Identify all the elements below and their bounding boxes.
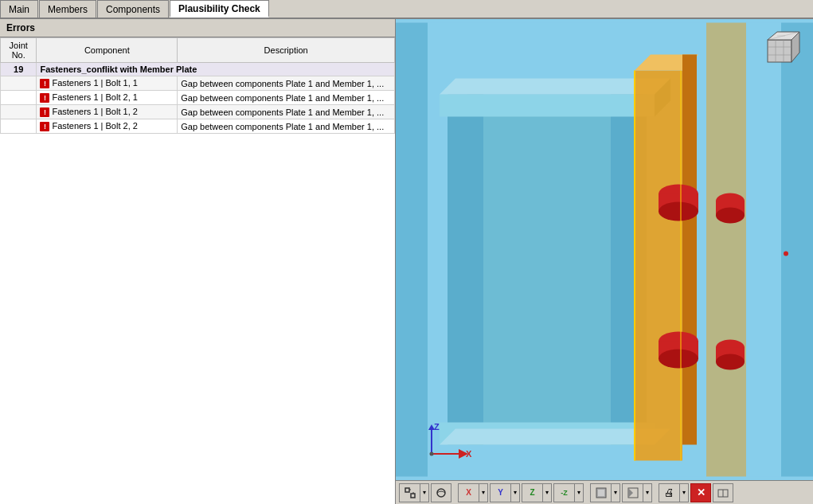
cube-nav-svg [761,27,805,71]
cell-e1-description: Gap between components Plate 1 and Membe… [178,76,395,91]
tab-plausibility-check[interactable]: Plausibility Check [170,0,269,18]
svg-rect-7 [440,95,655,117]
col-joint-no: Joint No. [1,38,37,63]
error-icon-2: ! [40,93,49,103]
3d-scene [396,19,813,480]
left-panel: Errors Joint No. Component Description 1… [0,19,396,504]
bottom-toolbar: ▾ X ▾ Y ▾ Z ▾ -Z [396,480,813,504]
cell-e1-joint [1,76,37,91]
render-mode-icon [623,484,643,502]
tab-bar: Main Members Components Plausibility Che… [0,0,813,19]
y-axis-icon: Y [491,484,511,502]
svg-point-18 [659,202,698,221]
x-axis-arrow-icon[interactable]: ▾ [479,489,487,496]
x-axis-dropdown[interactable]: X ▾ [458,483,488,502]
z-axis-dropdown[interactable]: Z ▾ [522,483,552,502]
neg-z-axis-arrow-icon[interactable]: ▾ [575,489,583,496]
fit-view-arrow-icon[interactable]: ▾ [420,489,428,496]
svg-rect-12 [635,71,682,461]
orbit-button[interactable] [431,483,451,502]
cell-e4-description: Gap between components Plate 1 and Membe… [178,119,395,134]
tab-main[interactable]: Main [0,0,38,18]
y-axis-dropdown[interactable]: Y ▾ [490,483,520,502]
render-mode-arrow-icon[interactable]: ▾ [643,489,651,496]
right-panel[interactable]: X Z [396,19,813,504]
col-component: Component [37,38,178,63]
axis-indicator: X Z [420,422,475,472]
svg-rect-37 [768,40,792,62]
cell-e3-component: !Fasteners 1 | Bolt 1, 2 [37,105,178,119]
table-row-error-3[interactable]: !Fasteners 1 | Bolt 1, 2 Gap between com… [1,105,395,119]
display-mode-dropdown[interactable]: ▾ [590,483,620,502]
display-mode-icon [591,484,612,502]
svg-text:Z: Z [434,422,440,432]
error-icon-4: ! [40,122,49,131]
error-table: Joint No. Component Description 19 Faste… [0,37,395,134]
cell-e3-description: Gap between components Plate 1 and Membe… [178,105,395,119]
cell-e4-joint [1,119,37,134]
col-description: Description [178,38,395,63]
tab-components[interactable]: Components [97,0,169,18]
close-view-button[interactable]: ✕ [690,483,711,502]
print-icon: 🖨 [659,484,680,502]
cell-joint-component: Fasteners_conflikt with Member Plate [37,63,395,76]
table-row-error-1[interactable]: !Fasteners 1 | Bolt 1, 1 Gap between com… [1,76,395,91]
fit-view-icon [400,484,420,502]
print-arrow-icon[interactable]: ▾ [680,489,688,496]
svg-rect-46 [405,488,409,492]
tab-members[interactable]: Members [39,0,96,18]
y-axis-arrow-icon[interactable]: ▾ [511,489,519,496]
main-container: Errors Joint No. Component Description 1… [0,19,813,504]
z-axis-arrow-icon[interactable]: ▾ [543,489,551,496]
svg-point-24 [659,350,698,369]
neg-z-axis-dropdown[interactable]: -Z ▾ [553,483,584,502]
display-mode-arrow-icon[interactable]: ▾ [612,489,620,496]
fit-view-dropdown[interactable]: ▾ [399,483,429,502]
x-axis-icon: X [459,484,479,502]
neg-z-axis-icon: -Z [554,484,575,502]
table-row-joint[interactable]: 19 Fasteners_conflikt with Member Plate [1,63,395,76]
svg-point-28 [784,252,788,256]
print-dropdown[interactable]: 🖨 ▾ [659,483,689,502]
table-row-error-2[interactable]: !Fasteners 1 | Bolt 2, 1 Gap between com… [1,91,395,105]
svg-text:X: X [466,449,472,459]
table-row-error-4[interactable]: !Fasteners 1 | Bolt 2, 2 Gap between com… [1,119,395,134]
svg-point-21 [716,208,745,224]
render-mode-dropdown[interactable]: ▾ [622,483,652,502]
panel-button[interactable] [713,483,733,502]
cell-e1-component: !Fasteners 1 | Bolt 1, 1 [37,76,178,91]
cell-e3-joint [1,105,37,119]
axis-svg: X Z [420,422,475,470]
cell-joint-no: 19 [1,63,37,76]
error-icon-1: ! [40,79,49,88]
svg-point-50 [437,489,445,497]
error-icon-3: ! [40,107,49,117]
svg-rect-47 [411,494,415,498]
cell-e4-component: !Fasteners 1 | Bolt 2, 2 [37,119,178,134]
svg-rect-15 [706,23,746,477]
svg-point-27 [716,354,745,370]
svg-rect-52 [598,490,604,496]
cell-e2-description: Gap between components Plate 1 and Membe… [178,91,395,105]
svg-rect-5 [448,95,483,445]
svg-rect-2 [396,23,428,477]
z-axis-icon: Z [522,484,543,502]
svg-rect-3 [781,23,813,477]
cube-navigator[interactable] [761,27,805,71]
errors-header: Errors [0,19,395,37]
svg-point-36 [430,452,434,456]
svg-rect-14 [682,55,697,445]
cell-e2-component: !Fasteners 1 | Bolt 2, 1 [37,91,178,105]
cell-e2-joint [1,91,37,105]
